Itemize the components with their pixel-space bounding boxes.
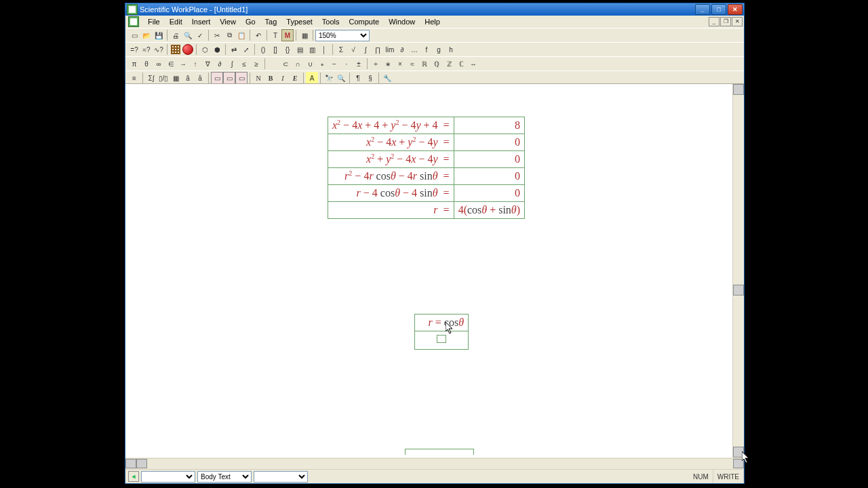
nav-back-icon[interactable]: ◄ [128, 471, 139, 482]
menu-edit[interactable]: Edit [165, 17, 187, 26]
simplify-icon[interactable]: ⇄ [228, 43, 240, 56]
menu-insert[interactable]: Insert [187, 17, 216, 26]
symbol-btn-15[interactable]: ∘ [316, 58, 328, 70]
cut-icon[interactable]: ✂ [211, 29, 223, 41]
menu-tag[interactable]: Tag [260, 17, 282, 26]
symbol-btn-20[interactable]: ∗ [382, 58, 394, 70]
zoom-select[interactable]: 150% [315, 30, 370, 41]
sec3-icon[interactable]: ▭ [235, 72, 248, 84]
menu-file[interactable]: File [143, 17, 165, 26]
symbol-btn-26[interactable]: ℂ [455, 58, 467, 70]
sec2-icon[interactable]: ▭ [223, 72, 235, 84]
series-icon[interactable]: … [408, 43, 420, 56]
symbol-btn-5[interactable]: ↑ [189, 58, 201, 70]
align-icon[interactable]: ≡ [128, 72, 140, 84]
deriv-icon[interactable]: ∂ [396, 43, 408, 56]
menu-tools[interactable]: Tools [317, 17, 344, 26]
symbol-btn-12[interactable]: ⊂ [279, 58, 292, 70]
symbol-btn-14[interactable]: ∪ [304, 58, 316, 70]
eval3-icon[interactable]: ∿? [153, 43, 165, 56]
menu-typeset[interactable]: Typeset [281, 17, 317, 26]
symbol-btn-23[interactable]: ℝ [418, 58, 431, 70]
toggle-text-icon[interactable]: T [269, 29, 281, 41]
print-icon[interactable]: 🖨 [170, 29, 182, 41]
eq-cell[interactable]: 0 [454, 151, 524, 168]
symbol-btn-4[interactable]: → [177, 58, 189, 70]
eq-cell[interactable]: r − 4 cosθ − 4 sinθ = [328, 185, 454, 202]
tag-select[interactable] [254, 471, 308, 483]
symbol-btn-11[interactable] [267, 58, 279, 70]
scroll-up-icon[interactable] [733, 84, 744, 95]
frac-icon[interactable]: ▯/▯ [157, 72, 170, 84]
symbol-btn-16[interactable]: − [328, 58, 340, 70]
sqrt-icon[interactable]: √ [347, 43, 359, 56]
mdi-minimize[interactable]: _ [709, 17, 719, 26]
symbol-btn-9[interactable]: ≤ [238, 58, 250, 70]
hat-icon[interactable]: â [182, 72, 194, 84]
scroll-left-icon[interactable] [125, 459, 136, 468]
equation-table[interactable]: x2 − 4x + 4 + y2 − 4y + 4 = 8 x2 − 4x + … [328, 117, 525, 219]
highlighter-icon[interactable]: A [306, 72, 318, 84]
symbol-btn-21[interactable]: × [394, 58, 406, 70]
prod-icon[interactable]: ∏ [372, 43, 384, 56]
new-icon[interactable]: ▭ [128, 29, 140, 41]
open-icon[interactable]: 📂 [140, 29, 153, 41]
undo-icon[interactable]: ↶ [252, 29, 264, 41]
sumfrac-icon[interactable]: Σ∫ [145, 72, 157, 84]
ref2-icon[interactable]: § [364, 72, 376, 84]
horizontal-scrollbar[interactable] [125, 458, 744, 468]
bracket-icon[interactable]: [] [269, 43, 281, 56]
eq-cell[interactable]: 4(cosθ + sinθ) [454, 202, 524, 219]
brace-icon[interactable]: {} [281, 43, 294, 56]
italic-icon[interactable]: I [277, 72, 289, 84]
binoculars-icon[interactable]: 🔭 [323, 72, 335, 84]
symbol-btn-1[interactable]: θ [140, 58, 153, 70]
minimize-button[interactable]: _ [695, 4, 710, 15]
symbol-btn-8[interactable]: ∫ [226, 58, 238, 70]
symbol-btn-25[interactable]: ℤ [443, 58, 455, 70]
fn3-icon[interactable]: h [445, 43, 457, 56]
menu-window[interactable]: Window [384, 17, 420, 26]
matrix2-icon[interactable]: ▦ [170, 72, 182, 84]
eq-cell[interactable]: 0 [454, 168, 524, 185]
eval-icon[interactable]: =? [128, 43, 140, 56]
table-row[interactable]: x2 − 4x + y2 − 4y = 0 [328, 134, 525, 151]
eq-cell[interactable]: x2 − 4x + 4 + y2 − 4y + 4 = [328, 117, 454, 134]
symbol-btn-7[interactable]: ∂ [214, 58, 226, 70]
scroll-down-icon[interactable] [733, 447, 744, 458]
symbol-btn-22[interactable]: ≈ [406, 58, 418, 70]
table-row[interactable]: x2 + y2 − 4x − 4y = 0 [328, 151, 525, 168]
close-button[interactable]: ✕ [728, 4, 743, 15]
copy-icon[interactable]: ⧉ [223, 29, 235, 41]
record-icon[interactable] [182, 43, 194, 56]
eq-cell[interactable]: x2 − 4x + y2 − 4y = [328, 134, 454, 151]
hscroll-thumb[interactable] [136, 459, 147, 468]
section-select[interactable] [141, 471, 195, 483]
symbol-btn-2[interactable]: ∞ [153, 58, 165, 70]
eq-small-row1[interactable]: r = cosθ [415, 314, 468, 331]
symbol-btn-27[interactable]: ↔ [467, 58, 479, 70]
eq-cell[interactable]: 0 [454, 185, 524, 202]
maximize-button[interactable]: □ [711, 4, 726, 15]
table-row[interactable]: x2 − 4x + 4 + y2 − 4y + 4 = 8 [328, 117, 525, 134]
symbol-btn-17[interactable]: · [340, 58, 353, 70]
menu-go[interactable]: Go [241, 17, 260, 26]
symbol-btn-19[interactable]: ÷ [370, 58, 382, 70]
style-select[interactable]: Body Text [197, 471, 252, 483]
emph-icon[interactable]: E [289, 72, 301, 84]
fn2-icon[interactable]: g [433, 43, 445, 56]
symbol-btn-3[interactable]: ∈ [165, 58, 177, 70]
toggle-math-icon[interactable]: M [281, 29, 294, 41]
scroll-thumb[interactable] [733, 285, 744, 296]
matrix-icon[interactable]: ▤ [294, 43, 306, 56]
symbol-btn-24[interactable]: ℚ [431, 58, 443, 70]
bold-icon[interactable]: B [264, 72, 277, 84]
plot-3d-icon[interactable]: ⬢ [211, 43, 223, 56]
table-row[interactable]: r2 − 4r cosθ − 4r sinθ = 0 [328, 168, 525, 185]
normal-icon[interactable]: N [252, 72, 264, 84]
bar-icon[interactable]: ā [194, 72, 206, 84]
mdi-restore[interactable]: ❐ [720, 17, 731, 26]
sum-icon[interactable]: Σ [335, 43, 347, 56]
table-row[interactable]: r − 4 cosθ − 4 sinθ = 0 [328, 185, 525, 202]
scroll-right-icon[interactable] [733, 459, 744, 468]
